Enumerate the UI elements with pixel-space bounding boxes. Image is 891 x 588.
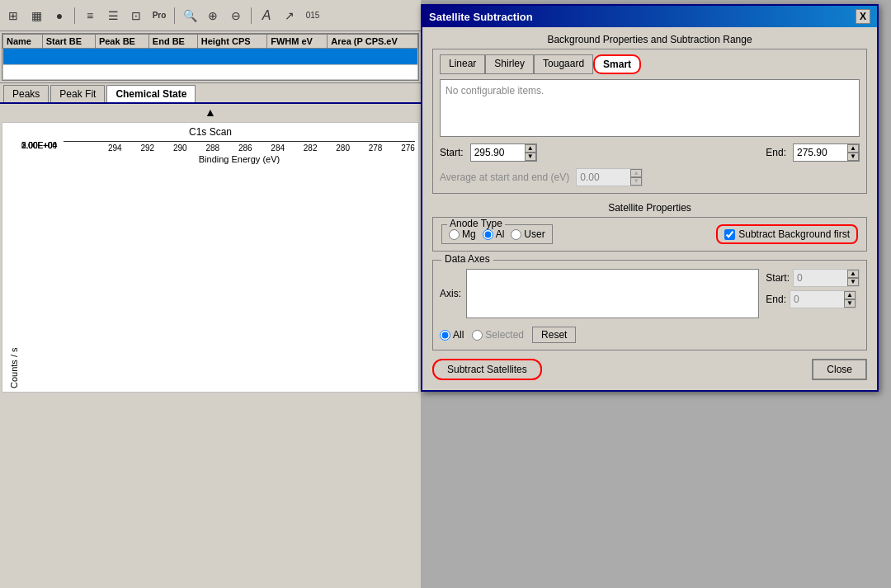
xtick: 284	[271, 143, 285, 153]
subtract-satellites-button[interactable]: Subtract Satellites	[432, 359, 542, 380]
y-axis-label: Counts / s	[6, 141, 19, 388]
radio-al[interactable]: Al	[483, 228, 505, 240]
radio-all[interactable]: All	[440, 329, 464, 341]
dialog-footer: Subtract Satellites Close	[432, 359, 867, 380]
col-name: Name	[3, 35, 43, 49]
config-box: No configurable items.	[440, 79, 860, 137]
tab-tougaard[interactable]: Tougaard	[534, 54, 593, 74]
axes-radio-row: All Selected Reset	[440, 327, 860, 343]
icon-list[interactable]: ≡	[80, 6, 100, 26]
radio-selected[interactable]: Selected	[472, 329, 524, 341]
app-window: ⊞ ▦ ● ≡ ☰ ⊡ Pro 🔍 ⊕ ⊖ A ↗ 015 Name Start…	[0, 0, 421, 588]
end-axis-up[interactable]: ▲	[844, 291, 856, 299]
start-input[interactable]	[471, 145, 525, 160]
icon-grid[interactable]: ⊞	[3, 6, 23, 26]
xtick: 288	[205, 143, 219, 153]
anode-type-group: Anode Type Mg Al User	[441, 224, 553, 244]
axis-label-row: Axis:	[440, 269, 759, 318]
icon-zoom-in[interactable]: ⊕	[203, 6, 223, 26]
start-axis-down[interactable]: ▼	[847, 278, 859, 286]
end-spin-buttons[interactable]: ▲ ▼	[847, 144, 859, 161]
reset-button[interactable]: Reset	[532, 327, 576, 343]
tab-chemical-state[interactable]: Chemical State	[106, 85, 196, 102]
start-axis-row: Start: ▲ ▼	[766, 269, 860, 287]
tab-linear[interactable]: Linear	[440, 54, 485, 74]
subtract-bg-checkbox[interactable]	[724, 229, 735, 240]
col-peak-be: Peak BE	[95, 35, 148, 49]
icon-settings[interactable]: ⊡	[126, 6, 146, 26]
icon-pro[interactable]: Pro	[149, 6, 169, 26]
start-axis-spin-buttons[interactable]: ▲ ▼	[847, 270, 859, 286]
end-spin[interactable]: ▲ ▼	[793, 143, 860, 162]
col-end-be: End BE	[148, 35, 197, 49]
data-table: Name Start BE Peak BE End BE Height CPS …	[2, 34, 418, 80]
end-label: End:	[766, 147, 786, 158]
radio-mg-input[interactable]	[449, 229, 460, 240]
start-spin[interactable]: ▲ ▼	[470, 143, 537, 162]
end-axis-down[interactable]: ▼	[844, 299, 856, 308]
close-button[interactable]: Close	[812, 359, 867, 380]
dialog-close-button[interactable]: X	[856, 9, 870, 24]
start-spin-buttons[interactable]: ▲ ▼	[525, 144, 536, 161]
end-axis-spin-buttons[interactable]: ▲ ▼	[844, 291, 856, 308]
xtick: 278	[369, 143, 383, 153]
icon-font[interactable]: A	[257, 6, 276, 26]
table-row[interactable]	[3, 49, 418, 65]
xtick: 282	[304, 143, 318, 153]
radio-user-input[interactable]	[511, 229, 521, 240]
radio-selected-label: Selected	[485, 329, 524, 341]
subtract-bg-label: Subtract Background first	[738, 228, 850, 240]
xtick: 286	[238, 143, 252, 153]
icon-search[interactable]: 🔍	[180, 6, 200, 26]
start-axis-input[interactable]	[794, 270, 847, 285]
axis-label: Axis:	[440, 288, 461, 299]
icon-cursor[interactable]: ↗	[280, 6, 299, 26]
start-axis-up[interactable]: ▲	[847, 270, 859, 278]
table-row[interactable]	[3, 65, 418, 80]
icon-num[interactable]: 015	[303, 6, 323, 26]
radio-mg[interactable]: Mg	[449, 228, 476, 240]
start-end-area: Start: ▲ ▼ End:	[766, 269, 860, 308]
radio-selected-input[interactable]	[472, 330, 483, 341]
icon-circle[interactable]: ●	[50, 6, 69, 26]
toolbar: ⊞ ▦ ● ≡ ☰ ⊡ Pro 🔍 ⊕ ⊖ A ↗ 015	[0, 0, 421, 31]
axis-listbox[interactable]	[466, 269, 759, 318]
subtract-bg-checkbox-group[interactable]: Subtract Background first	[716, 224, 858, 244]
radio-all-input[interactable]	[440, 330, 450, 341]
end-spin-down[interactable]: ▼	[847, 153, 859, 161]
start-axis-spin[interactable]: ▲ ▼	[793, 269, 860, 287]
icon-table[interactable]: ▦	[26, 6, 46, 26]
avg-spin-buttons: ▲ ▼	[630, 169, 642, 186]
x-axis-labels: 294 292 290 288 286 284 282 280 278 276	[108, 142, 415, 153]
end-input[interactable]	[794, 145, 847, 160]
radio-user[interactable]: User	[511, 228, 544, 240]
end-axis-spin[interactable]: ▲ ▼	[790, 290, 856, 308]
radio-al-input[interactable]	[483, 229, 493, 240]
tab-peaks[interactable]: Peaks	[3, 85, 49, 102]
bg-group-box: Linear Shirley Tougaard Smart No configu…	[432, 49, 867, 194]
bg-tabs: Linear Shirley Tougaard Smart	[440, 54, 860, 74]
start-spin-down[interactable]: ▼	[525, 153, 536, 161]
avg-label: Average at start and end (eV)	[440, 172, 569, 183]
xtick: 292	[140, 143, 154, 153]
icon-list2[interactable]: ☰	[103, 6, 123, 26]
tab-shirley[interactable]: Shirley	[485, 54, 534, 74]
avg-spin-up: ▲	[630, 169, 642, 177]
col-start-be: Start BE	[42, 35, 95, 49]
avg-row: Average at start and end (eV) ▲ ▼	[440, 168, 860, 186]
start-spin-up[interactable]: ▲	[525, 144, 536, 153]
col-area: Area (P CPS.eV	[328, 35, 418, 49]
xtick: 294	[108, 143, 122, 153]
data-axes-group: Data Axes Axis: Start: ▲	[432, 260, 867, 350]
data-table-area: Name Start BE Peak BE End BE Height CPS …	[2, 33, 419, 81]
xtick: 290	[173, 143, 187, 153]
toolbar-separator3	[251, 7, 252, 24]
tab-smart[interactable]: Smart	[593, 54, 641, 74]
end-axis-input[interactable]	[790, 292, 844, 307]
col-fwhm: FWHM eV	[267, 35, 328, 49]
tab-peak-fit[interactable]: Peak Fit	[50, 85, 105, 102]
radio-al-label: Al	[496, 228, 505, 240]
data-axes-label: Data Axes	[441, 253, 493, 265]
icon-zoom-out[interactable]: ⊖	[226, 6, 246, 26]
end-spin-up[interactable]: ▲	[847, 144, 859, 153]
